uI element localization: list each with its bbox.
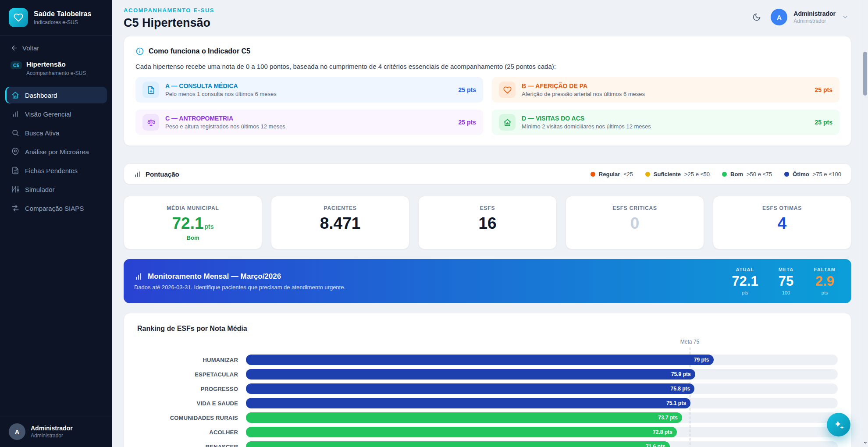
criterion-title: B — AFERIÇÃO DE PA bbox=[522, 82, 645, 89]
rank-row: RENASCER 71.6 pts bbox=[137, 441, 838, 447]
bar-track: 72.8 pts bbox=[246, 427, 838, 437]
esf-bar[interactable]: 72.8 pts bbox=[246, 427, 677, 437]
user-name: Administrador bbox=[793, 10, 836, 17]
stat-label: PACIENTES bbox=[276, 205, 405, 211]
scrollbar-thumb[interactable] bbox=[863, 52, 867, 96]
score-card-title: Pontuação bbox=[146, 170, 179, 178]
metric-label: ATUAL bbox=[732, 267, 758, 272]
metric-label: META bbox=[779, 267, 794, 272]
breadcrumb: ACOMPANHAMENTO E-SUS bbox=[124, 7, 214, 14]
sidebar-user[interactable]: A Administrador Administrador bbox=[0, 416, 112, 447]
sidebar-item-fichas-pendentes[interactable]: Fichas Pendentes bbox=[5, 162, 107, 179]
criterion-b: B — AFERIÇÃO DE PA Aferição de pressão a… bbox=[492, 77, 840, 103]
sidebar-item-label: Busca Ativa bbox=[25, 129, 59, 137]
back-label: Voltar bbox=[22, 44, 39, 52]
stat-classification: Bom bbox=[128, 234, 257, 241]
metric-unit: pts bbox=[814, 290, 836, 295]
metric-value: 75 bbox=[779, 274, 794, 288]
banner-subtitle: Dados até 2026-03-31. Identifique pacien… bbox=[134, 284, 345, 291]
bar-chart-icon bbox=[134, 170, 141, 178]
assistant-fab-button[interactable] bbox=[827, 413, 850, 436]
bar-value-label: 72.8 pts bbox=[653, 429, 672, 435]
user-name: Administrador bbox=[31, 425, 73, 432]
bar-track: 75.1 pts bbox=[246, 398, 838, 408]
info-icon bbox=[135, 47, 144, 56]
criterion-points: 25 pts bbox=[810, 119, 832, 126]
stat-label: MÉDIA MUNICIPAL bbox=[128, 205, 257, 211]
sidebar-item-label: Fichas Pendentes bbox=[25, 167, 78, 174]
sidebar-item-visao-gerencial[interactable]: Visão Gerencial bbox=[5, 106, 107, 122]
sidebar-item-busca-ativa[interactable]: Busca Ativa bbox=[5, 124, 107, 141]
scale-icon bbox=[142, 114, 159, 131]
sidebar-item-simulador[interactable]: Simulador bbox=[5, 181, 107, 198]
indicator-explainer-card: Como funciona o Indicador C5 Cada hipert… bbox=[124, 36, 851, 146]
map-pin-icon bbox=[11, 148, 19, 156]
legend-name: Ótimo bbox=[793, 171, 809, 177]
criterion-points: 25 pts bbox=[810, 86, 832, 93]
explainer-description: Cada hipertenso recebe uma nota de 0 a 1… bbox=[135, 63, 840, 70]
chevron-down-icon[interactable] bbox=[842, 14, 849, 21]
sidebar-item-label: Simulador bbox=[25, 186, 55, 193]
score-legend-card: Pontuação Regular ≤25 Suficiente >25 e ≤… bbox=[124, 163, 851, 184]
legend-name: Regular bbox=[599, 171, 620, 177]
heart-icon bbox=[14, 13, 23, 22]
topbar: ACOMPANHAMENTO E-SUS C5 Hipertensão A Ad… bbox=[112, 0, 868, 30]
home-icon bbox=[11, 91, 19, 99]
ranking-title: Ranking de ESFs por Nota Média bbox=[137, 325, 838, 333]
rank-row: HUMANIZAR 79 pts bbox=[137, 355, 838, 365]
moon-icon bbox=[752, 13, 761, 21]
bar-track: 71.6 pts bbox=[246, 441, 838, 447]
esf-name: ACOLHER bbox=[137, 429, 246, 436]
bar-track: 73.7 pts bbox=[246, 412, 838, 423]
banner-metrics: ATUAL 72.1 pts META 75 100 FALTAM 2.9 pt… bbox=[732, 267, 836, 295]
legend-range: ≤25 bbox=[623, 171, 633, 177]
legend-item-otimo: Ótimo >75 e ≤100 bbox=[784, 171, 841, 177]
sidebar-item-dashboard[interactable]: Dashboard bbox=[5, 87, 107, 103]
legend-dot bbox=[722, 172, 727, 177]
bar-track: 75.9 pts bbox=[246, 369, 838, 380]
esf-bar[interactable]: 73.7 pts bbox=[246, 412, 682, 423]
user-menu[interactable]: Administrador Administrador bbox=[793, 10, 836, 24]
metric-meta: META 75 100 bbox=[779, 267, 794, 295]
criterion-a: A — CONSULTA MÉDICA Pelo menos 1 consult… bbox=[135, 77, 483, 103]
theme-toggle-button[interactable] bbox=[749, 9, 765, 25]
esf-bar[interactable]: 75.9 pts bbox=[246, 369, 695, 380]
scroll-down-arrow-icon[interactable] bbox=[862, 440, 868, 446]
esf-name: VIDA E SAUDE bbox=[137, 400, 246, 407]
esf-bar[interactable]: 75.8 pts bbox=[246, 383, 694, 394]
vertical-scrollbar[interactable] bbox=[862, 0, 868, 447]
user-role: Administrador bbox=[31, 433, 73, 439]
bar-value-label: 75.1 pts bbox=[666, 400, 686, 406]
criterion-desc: Aferição de pressão arterial nos últimos… bbox=[522, 91, 645, 97]
rank-row: PROGRESSO 75.8 pts bbox=[137, 383, 838, 394]
program-title: Hipertensão bbox=[26, 60, 86, 68]
program-subtitle: Acompanhamento e-SUS bbox=[26, 70, 86, 76]
stat-value: 72.1pts bbox=[128, 215, 257, 231]
esf-bar[interactable]: 71.6 pts bbox=[246, 441, 670, 447]
stat-esfs-criticas: ESFS CRITICAS 0 bbox=[566, 196, 704, 249]
criterion-desc: Pelo menos 1 consulta nos últimos 6 mese… bbox=[165, 91, 277, 97]
legend-item-bom: Bom >50 e ≤75 bbox=[722, 171, 772, 177]
stat-pacientes: PACIENTES 8.471 bbox=[271, 196, 409, 249]
program-block: C5 Hipertensão Acompanhamento e-SUS bbox=[0, 55, 112, 85]
esf-bar[interactable]: 79 pts bbox=[246, 355, 714, 365]
stats-row: MÉDIA MUNICIPAL 72.1pts Bom PACIENTES 8.… bbox=[124, 196, 851, 249]
esf-name: ESPETACULAR bbox=[137, 371, 246, 378]
criterion-points: 25 pts bbox=[453, 119, 476, 126]
main-area: ACOMPANHAMENTO E-SUS C5 Hipertensão A Ad… bbox=[112, 0, 868, 447]
sidebar-item-comparacao-siaps[interactable]: Comparação SIAPS bbox=[5, 200, 107, 216]
explainer-title: Como funciona o Indicador C5 bbox=[149, 47, 250, 55]
compare-arrows-icon bbox=[11, 204, 19, 212]
bar-value-label: 73.7 pts bbox=[658, 415, 678, 421]
stat-label: ESFS CRITICAS bbox=[570, 205, 699, 211]
legend-range: >75 e ≤100 bbox=[813, 171, 841, 177]
brand: Saúde Taiobeiras Indicadores e-SUS bbox=[0, 0, 112, 35]
back-link[interactable]: Voltar bbox=[0, 35, 112, 55]
esf-bar[interactable]: 75.1 pts bbox=[246, 398, 690, 408]
criteria-grid: A — CONSULTA MÉDICA Pelo menos 1 consult… bbox=[135, 77, 840, 135]
legend-name: Suficiente bbox=[654, 171, 681, 177]
stat-esfs-otimas: ESFS OTIMAS 4 bbox=[713, 196, 851, 249]
ranking-chart: Meta 75 HUMANIZAR 79 pts ESPETACULAR 75.… bbox=[137, 339, 838, 447]
content: Como funciona o Indicador C5 Cada hipert… bbox=[112, 30, 868, 447]
sidebar-item-analise-microarea[interactable]: Análise por Microárea bbox=[5, 143, 107, 160]
